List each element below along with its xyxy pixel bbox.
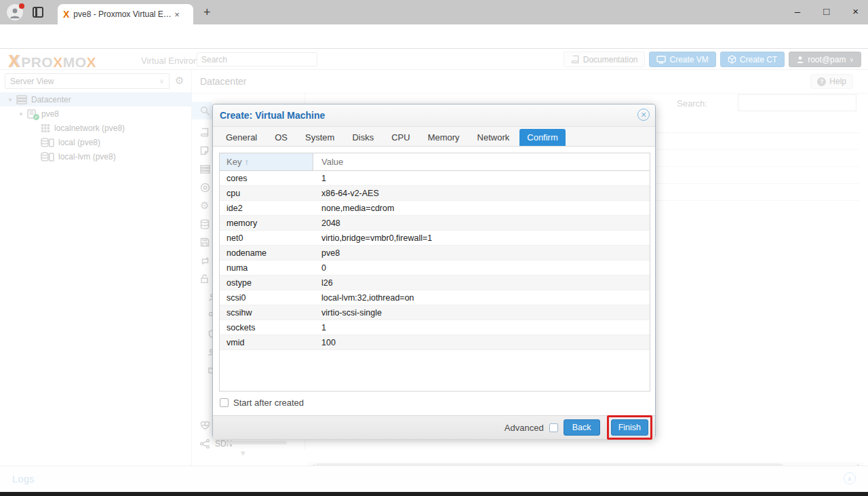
new-tab-button[interactable]: +	[203, 5, 211, 20]
note-icon	[200, 146, 209, 155]
tab-memory[interactable]: Memory	[420, 129, 467, 146]
unlock-icon	[200, 274, 209, 284]
notification-dot	[19, 3, 24, 9]
create-vm-button[interactable]: Create VM	[649, 52, 715, 67]
global-search-input[interactable]	[197, 52, 317, 66]
start-after-created-option[interactable]: Start after created	[220, 398, 304, 408]
database-icon	[200, 219, 210, 229]
tree-item-local-lvm[interactable]: local-lvm (pve8)	[0, 149, 192, 164]
red-annotation-box: Finish	[607, 415, 652, 440]
proxmox-header: XPROXMOX Virtual Environment 8.2.4 Docum…	[0, 49, 868, 70]
chevron-down-icon: ∨	[159, 77, 164, 85]
ceph-icon	[200, 183, 210, 193]
table-row[interactable]: memory2048	[220, 216, 650, 231]
logs-expand-chevron-icon[interactable]: ∧	[844, 472, 856, 484]
documentation-button[interactable]: Documentation	[564, 52, 646, 67]
tree-item-local[interactable]: local (pve8)	[0, 135, 192, 149]
table-row[interactable]: nodenamepve8	[220, 246, 650, 261]
logs-label: Logs	[12, 473, 35, 484]
tab-os[interactable]: OS	[267, 129, 295, 146]
server-icon	[16, 95, 27, 104]
taskbar-strip	[0, 492, 868, 496]
node-icon: ✓	[27, 109, 37, 119]
user-menu-button[interactable]: root@pam ∨	[789, 52, 861, 67]
breadcrumb-bar: Datacenter ? Help	[192, 70, 868, 94]
grid-search-input[interactable]	[738, 94, 856, 111]
tree-item-localnetwork[interactable]: localnetwork (pve8)	[0, 121, 192, 135]
create-ct-button[interactable]: Create CT	[720, 52, 785, 67]
browser-titlebar: X pve8 - Proxmox Virtual Environm × + – …	[0, 0, 868, 24]
table-header-row: Key↑ Value	[220, 153, 650, 171]
tab-system[interactable]: System	[298, 129, 342, 146]
table-row[interactable]: vmid100	[220, 335, 650, 350]
storage-icon	[41, 152, 54, 161]
table-row[interactable]: ide2none,media=cdrom	[220, 201, 650, 216]
back-button[interactable]: Back	[564, 419, 600, 436]
dialog-footer: Advanced Back Finish	[213, 415, 655, 439]
finish-button[interactable]: Finish	[611, 419, 648, 436]
online-check-icon: ✓	[33, 114, 39, 120]
table-row[interactable]: sockets1	[220, 320, 650, 335]
advanced-checkbox[interactable]	[549, 423, 558, 432]
network-grid-icon	[41, 123, 50, 133]
heartbeat-icon	[200, 421, 210, 430]
storage-icon	[41, 138, 54, 147]
table-row[interactable]: net0virtio,bridge=vmbr0,firewall=1	[220, 231, 650, 246]
menu-scrollbar[interactable]	[226, 441, 287, 444]
menu-scroll-chevron-icon[interactable]: ▾	[241, 448, 245, 458]
table-row[interactable]: scsi0local-lvm:32,iothread=on	[220, 290, 650, 305]
dialog-title: Create: Virtual Machine	[220, 110, 325, 121]
dialog-close-icon[interactable]: ✕	[637, 109, 650, 121]
logs-panel[interactable]: Logs ∧	[0, 465, 868, 492]
tab-confirm[interactable]: Confirm	[519, 129, 566, 146]
tree-item-pve8[interactable]: ▾ ✓ pve8	[0, 107, 192, 121]
proxmox-favicon: X	[63, 9, 69, 20]
share-nodes-icon	[200, 439, 210, 449]
start-after-created-label: Start after created	[233, 398, 304, 408]
maximize-button[interactable]: □	[823, 5, 829, 17]
key-column-header[interactable]: Key↑	[220, 153, 313, 170]
tab-cpu[interactable]: CPU	[384, 129, 417, 146]
proxmox-app: XPROXMOX Virtual Environment 8.2.4 Docum…	[0, 49, 868, 492]
book-icon	[571, 55, 580, 64]
tab-disks[interactable]: Disks	[344, 129, 381, 146]
create-vm-dialog: Create: Virtual Machine ✕ General OS Sys…	[212, 104, 656, 438]
chevron-down-icon: ∨	[849, 56, 854, 63]
tab-actions-icon[interactable]	[33, 7, 43, 18]
resource-tree: ▾ Datacenter ▾ ✓ pve8 localnetwork (pve8…	[0, 92, 192, 164]
gear-icon: ⚙	[200, 199, 209, 212]
view-selector[interactable]: Server View ∨	[5, 73, 170, 89]
breadcrumb: Datacenter	[200, 76, 246, 87]
monitor-icon	[656, 56, 666, 64]
retweet-icon	[200, 256, 210, 265]
menu-item-search[interactable]	[192, 102, 212, 119]
tab-close-icon[interactable]: ×	[174, 9, 180, 20]
table-row[interactable]: ostypel26	[220, 275, 650, 290]
user-icon	[796, 56, 804, 64]
tree-item-datacenter[interactable]: ▾ Datacenter	[0, 92, 192, 107]
start-after-created-checkbox[interactable]	[220, 398, 229, 407]
advanced-label: Advanced	[505, 423, 544, 433]
tab-network[interactable]: Network	[470, 129, 517, 146]
tab-title: pve8 - Proxmox Virtual Environm	[73, 9, 172, 19]
browser-tab[interactable]: X pve8 - Proxmox Virtual Environm ×	[58, 4, 193, 24]
table-row[interactable]: cores1	[220, 171, 650, 186]
tree-settings-gear-icon[interactable]: ⚙	[175, 75, 184, 87]
table-row[interactable]: numa0	[220, 261, 650, 275]
minimize-button[interactable]: –	[795, 5, 800, 17]
browser-toolbar: ← ✕ セキュリティ保護なし | https://192.168.100.201…	[0, 24, 868, 49]
book-icon	[200, 128, 210, 137]
dialog-header[interactable]: Create: Virtual Machine ✕	[213, 104, 655, 127]
value-column-header[interactable]: Value	[313, 153, 650, 170]
screen: X pve8 - Proxmox Virtual Environm × + – …	[0, 0, 868, 496]
question-icon: ?	[817, 77, 826, 86]
proxmox-logo: XPROXMOX	[8, 52, 96, 71]
help-button[interactable]: ? Help	[810, 74, 853, 89]
table-row[interactable]: scsihwvirtio-scsi-single	[220, 305, 650, 320]
confirm-settings-table: Key↑ Value cores1 cpux86-64-v2-AES ide2n…	[219, 153, 650, 392]
tab-general[interactable]: General	[218, 129, 264, 146]
dialog-tabs: General OS System Disks CPU Memory Netwo…	[213, 127, 655, 147]
close-button[interactable]: ×	[852, 5, 859, 17]
table-row[interactable]: cpux86-64-v2-AES	[220, 186, 650, 201]
cube-icon	[728, 55, 736, 64]
